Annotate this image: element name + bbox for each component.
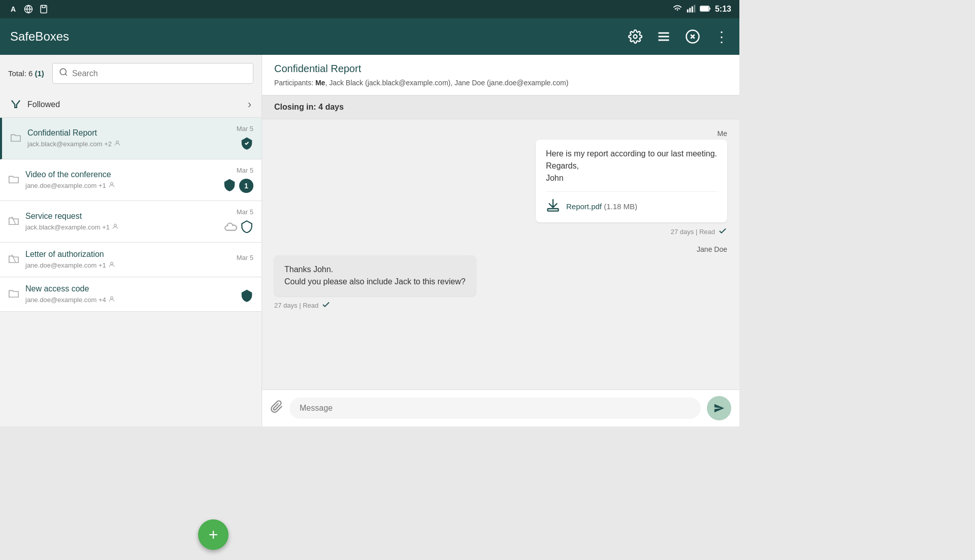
settings-icon[interactable] bbox=[628, 29, 642, 44]
message-time: 27 days | Read bbox=[274, 302, 318, 309]
item-subtitle: jane.doe@example.com +1 bbox=[25, 261, 237, 270]
item-content: New access code jane.doe@example.com +4 bbox=[25, 284, 240, 304]
total-label: Total: 6 (1) bbox=[8, 69, 44, 78]
shield-outline-icon bbox=[240, 220, 253, 235]
cloud-icon bbox=[224, 221, 237, 234]
folder-broken-icon bbox=[8, 215, 19, 228]
item-date: Mar 5 bbox=[237, 254, 253, 261]
svg-point-17 bbox=[116, 141, 119, 143]
sd-card-icon bbox=[39, 4, 49, 14]
item-subtitle: jack.black@example.com +2 bbox=[27, 140, 237, 148]
item-title: Confidential Report bbox=[27, 128, 237, 138]
item-date: Mar 5 bbox=[237, 208, 253, 216]
read-tick-icon bbox=[321, 300, 331, 311]
item-meta bbox=[240, 285, 253, 304]
status-bar: A 5:13 bbox=[0, 0, 739, 18]
item-title: New access code bbox=[25, 284, 240, 293]
app-icon-a: A bbox=[8, 4, 18, 14]
list-item[interactable]: Service request jack.black@example.com +… bbox=[0, 201, 262, 243]
item-date: Mar 5 bbox=[237, 167, 253, 174]
item-subtitle: jane.doe@example.com +1 bbox=[25, 181, 223, 190]
message-sender: Me bbox=[718, 129, 727, 138]
svg-point-8 bbox=[634, 35, 637, 39]
closing-bar: Closing in: 4 days bbox=[262, 95, 739, 119]
svg-point-18 bbox=[110, 182, 113, 185]
item-content: Video of the conference jane.doe@example… bbox=[25, 170, 223, 190]
list-icon[interactable] bbox=[657, 29, 671, 44]
item-title: Letter of authorization bbox=[25, 250, 237, 259]
read-tick-icon bbox=[718, 226, 727, 237]
person-icon bbox=[108, 295, 115, 304]
attachment-icon[interactable] bbox=[270, 400, 283, 416]
svg-line-16 bbox=[65, 74, 67, 75]
svg-rect-7 bbox=[701, 6, 708, 10]
message-text: Here is my report according to our last … bbox=[546, 148, 717, 184]
wifi-icon bbox=[672, 5, 682, 14]
left-panel-header: Total: 6 (1) bbox=[0, 55, 262, 92]
item-content: Service request jack.black@example.com +… bbox=[25, 212, 224, 232]
filter-arrow-icon: › bbox=[248, 98, 251, 111]
person-icon bbox=[114, 140, 121, 148]
item-meta: Mar 5 bbox=[224, 208, 253, 235]
right-panel: Confidential Report Participants: Me, Ja… bbox=[262, 55, 739, 426]
svg-rect-4 bbox=[692, 6, 693, 12]
message-sender: Jane Doe bbox=[274, 245, 727, 253]
main-layout: Total: 6 (1) Followed › bbox=[0, 55, 739, 426]
time-display: 5:13 bbox=[715, 5, 731, 14]
item-badges bbox=[240, 289, 253, 304]
message-meta: 27 days | Read bbox=[671, 226, 727, 237]
send-button[interactable] bbox=[707, 396, 731, 420]
participants-text: Participants: Me, Jack Black (jack.black… bbox=[274, 79, 568, 87]
person-icon bbox=[108, 181, 115, 190]
message-time: 27 days | Read bbox=[671, 228, 715, 236]
total-highlight: (1) bbox=[35, 69, 44, 78]
item-meta: Mar 5 bbox=[237, 254, 253, 266]
filter-label: Followed bbox=[27, 100, 248, 109]
search-box[interactable] bbox=[52, 63, 253, 84]
app-title: SafeBoxes bbox=[10, 29, 69, 44]
badge-count: 1 bbox=[239, 179, 253, 193]
svg-point-20 bbox=[114, 224, 117, 226]
items-list: Confidential Report jack.black@example.c… bbox=[0, 118, 262, 426]
chat-area: Me Here is my report according to our la… bbox=[262, 119, 739, 389]
folder-icon bbox=[8, 174, 19, 186]
closing-text: Closing in: 4 days bbox=[274, 103, 344, 111]
item-title: Video of the conference bbox=[25, 170, 223, 179]
item-badges bbox=[240, 137, 253, 152]
globe-icon bbox=[23, 4, 34, 14]
status-bar-right: 5:13 bbox=[672, 5, 731, 14]
attachment-name: Report.pdf (1.18 MB) bbox=[566, 202, 637, 211]
svg-rect-1 bbox=[41, 6, 47, 13]
item-meta: Mar 5 bbox=[237, 125, 253, 152]
item-meta: Mar 5 1 bbox=[223, 167, 253, 193]
status-bar-left: A bbox=[8, 4, 49, 14]
list-item[interactable]: Confidential Report jack.black@example.c… bbox=[0, 118, 262, 159]
shield-dark-icon bbox=[223, 178, 236, 193]
person-icon bbox=[108, 261, 115, 270]
signal-icon bbox=[687, 5, 696, 14]
list-item[interactable]: New access code jane.doe@example.com +4 bbox=[0, 277, 262, 312]
header-actions: ⋮ bbox=[628, 28, 729, 45]
svg-rect-2 bbox=[687, 9, 689, 12]
svg-point-23 bbox=[110, 297, 113, 299]
message-attachment[interactable]: Report.pdf (1.18 MB) bbox=[546, 191, 717, 214]
shield-filled-icon bbox=[240, 137, 253, 152]
folder-icon bbox=[8, 288, 19, 301]
svg-rect-3 bbox=[689, 8, 691, 12]
list-item[interactable]: Video of the conference jane.doe@example… bbox=[0, 159, 262, 201]
search-icon bbox=[59, 68, 68, 79]
more-options-icon[interactable]: ⋮ bbox=[714, 28, 729, 45]
filter-bar[interactable]: Followed › bbox=[0, 92, 262, 118]
app-header: SafeBoxes ⋮ bbox=[0, 18, 739, 55]
close-circle-icon[interactable] bbox=[685, 29, 700, 44]
message-bubble: Here is my report according to our last … bbox=[536, 140, 727, 222]
search-input[interactable] bbox=[72, 69, 247, 78]
person-icon bbox=[112, 223, 119, 232]
message-input[interactable] bbox=[289, 398, 701, 419]
svg-line-21 bbox=[12, 255, 15, 262]
svg-rect-5 bbox=[694, 5, 695, 12]
list-item[interactable]: Letter of authorization jane.doe@example… bbox=[0, 243, 262, 277]
message-text: Thanks John.Could you please also includ… bbox=[284, 263, 466, 288]
svg-line-19 bbox=[12, 217, 15, 224]
item-subtitle: jack.black@example.com +1 bbox=[25, 223, 224, 232]
